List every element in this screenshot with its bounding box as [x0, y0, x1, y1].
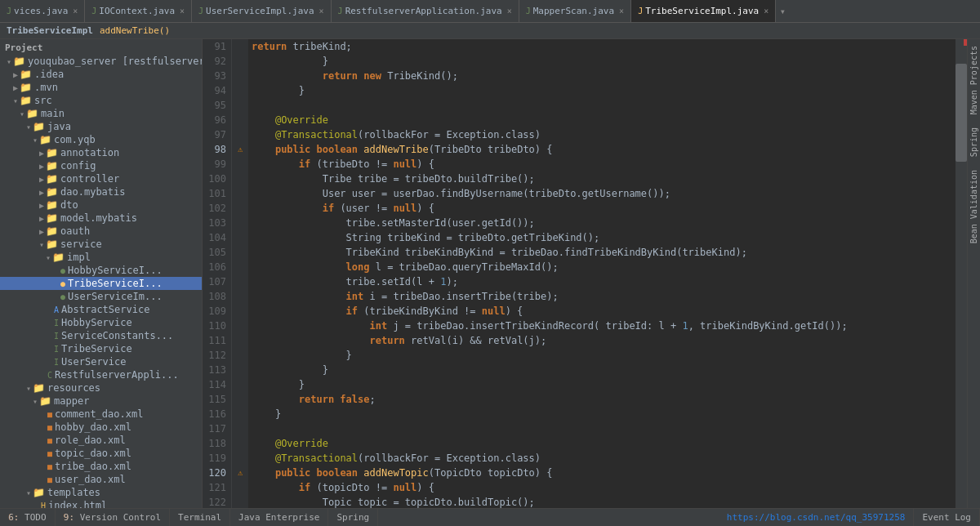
java-icon-restful: J: [338, 7, 343, 16]
sidebar-item-oauth[interactable]: ▶ 📁 oauth: [0, 225, 202, 238]
tab-bar: J vices.java × J IOContext.java × J User…: [0, 0, 980, 23]
sidebar-item-config[interactable]: ▶ 📁 config: [0, 159, 202, 172]
sidebar-item-src[interactable]: ▾ 📁 src: [0, 94, 202, 107]
sidebar-item-idea[interactable]: ▶ 📁 .idea: [0, 68, 202, 81]
sidebar-item-service[interactable]: ▾ 📁 service: [0, 238, 202, 251]
sidebar-item-userservice[interactable]: I UserService: [0, 355, 202, 368]
bottom-toolbar: 6: 6: TODO 9: 9: Version Control Termina…: [0, 508, 980, 526]
bean-validation-panel[interactable]: Bean Validation: [968, 163, 980, 250]
event-log-tab[interactable]: Event Log: [914, 509, 980, 527]
folder-icon-annotation: 📁: [46, 147, 58, 158]
arrow-annotation: ▶: [39, 149, 44, 158]
sidebar-item-restfulserverappli[interactable]: C RestfulserverAppli...: [0, 368, 202, 381]
folder-icon-comyqb: 📁: [39, 134, 51, 145]
tab-close-restful[interactable]: ×: [507, 7, 512, 16]
sidebar-item-controller[interactable]: ▶ 📁 controller: [0, 172, 202, 185]
sidebar-item-tribe-dao[interactable]: ■ tribe_dao.xml: [0, 460, 202, 473]
sidebar-item-modelmybatis[interactable]: ▶ 📁 model.mybatis: [0, 212, 202, 225]
todo-tab[interactable]: 6: 6: TODO: [0, 509, 56, 527]
java-enterprise-tab[interactable]: Java Enterprise: [230, 509, 328, 527]
xml-icon-user: ■: [47, 475, 52, 484]
sidebar-item-comment-dao[interactable]: ■ comment_dao.xml: [0, 408, 202, 421]
tab-tribeserviceimpl[interactable]: J TribeServiceImpl.java ×: [631, 0, 776, 23]
sidebar-item-templates[interactable]: ▾ 📁 templates: [0, 486, 202, 499]
folder-icon-mapper: 📁: [39, 395, 51, 407]
sidebar-item-user-dao[interactable]: ■ user_dao.xml: [0, 473, 202, 486]
arrow-impl: ▾: [46, 253, 51, 262]
folder-icon-main: 📁: [26, 108, 38, 119]
class-icon-tribeservice: I: [54, 345, 59, 354]
sidebar-item-index-html[interactable]: H index.html: [0, 499, 202, 508]
sidebar-item-dto[interactable]: ▶ 📁 dto: [0, 198, 202, 212]
tab-userserviceimpl[interactable]: J UserServiceImpl.java ×: [192, 0, 332, 23]
tab-close-mapper[interactable]: ×: [619, 7, 624, 16]
sidebar-item-comyqb[interactable]: ▾ 📁 com.yqb: [0, 133, 202, 146]
folder-icon-dto: 📁: [46, 199, 58, 211]
sidebar-item-userserviceim[interactable]: ● UserServiceIm...: [0, 290, 202, 303]
sidebar-item-main[interactable]: ▾ 📁 main: [0, 107, 202, 120]
sidebar-item-tribeservice[interactable]: I TribeService: [0, 342, 202, 355]
arrow-daomybatis: ▶: [39, 188, 44, 197]
terminal-tab[interactable]: Terminal: [170, 509, 230, 527]
url-link[interactable]: https://blog.csdn.net/qq_35971258: [719, 509, 915, 527]
folder-icon-modelmybatis: 📁: [46, 212, 58, 224]
spring-panel[interactable]: Spring: [968, 121, 980, 163]
java-icon-tribe: J: [638, 7, 643, 16]
sidebar-item-root[interactable]: ▾ 📁 youqubao_server [restfulserver]: [0, 55, 202, 68]
folder-icon-service: 📁: [46, 238, 58, 250]
gutter: ⚠ ⚠: [232, 39, 248, 508]
arrow-mvn: ▶: [13, 83, 18, 92]
class-icon-abstract: A: [54, 305, 59, 314]
folder-icon-root: 📁: [13, 56, 25, 67]
tab-close-io[interactable]: ×: [180, 7, 185, 16]
sidebar-item-annotation[interactable]: ▶ 📁 annotation: [0, 146, 202, 159]
class-icon-serviceconstants: I: [54, 332, 59, 341]
tab-iocontext[interactable]: J IOContext.java ×: [85, 0, 192, 23]
arrow-root: ▾: [7, 57, 11, 66]
sidebar-item-topic-dao[interactable]: ■ topic_dao.xml: [0, 447, 202, 460]
xml-icon-hobby: ■: [47, 423, 52, 432]
scroll-gutter[interactable]: [956, 39, 967, 508]
tab-restful[interactable]: J RestfulserverApplication.java ×: [332, 0, 519, 23]
sidebar-item-serviceconstants[interactable]: I ServiceConstants...: [0, 329, 202, 342]
sidebar-item-hobbyservice[interactable]: I HobbyService: [0, 316, 202, 329]
sidebar-item-java[interactable]: ▾ 📁 java: [0, 120, 202, 133]
arrow-idea: ▶: [13, 70, 18, 79]
java-icon-mapper: J: [526, 7, 531, 16]
code-area[interactable]: 91 92 93 94 95 96 97 98 99 100 101 102 1…: [203, 39, 967, 508]
sidebar-item-hobby-dao[interactable]: ■ hobby_dao.xml: [0, 421, 202, 434]
tab-services[interactable]: J vices.java ×: [0, 0, 85, 23]
sidebar-item-mapper[interactable]: ▾ 📁 mapper: [0, 394, 202, 408]
sidebar-item-resources[interactable]: ▾ 📁 resources: [0, 381, 202, 394]
class-icon-tribe: ●: [60, 279, 65, 288]
sidebar-item-tribeservicei[interactable]: ● TribeServiceI...: [0, 277, 202, 290]
sidebar-item-mvn[interactable]: ▶ 📁 .mvn: [0, 81, 202, 94]
arrow-src: ▾: [13, 96, 18, 105]
version-control-tab[interactable]: 9: 9: Version Control: [56, 509, 170, 527]
spring-tab[interactable]: Spring: [328, 509, 378, 527]
scroll-thumb[interactable]: [956, 64, 967, 162]
folder-icon-idea: 📁: [20, 69, 32, 80]
folder-icon-controller: 📁: [46, 173, 58, 185]
class-icon-hobbyservice: I: [54, 319, 59, 328]
tab-close-services[interactable]: ×: [73, 7, 78, 16]
sidebar-item-hobbyservicei[interactable]: ● HobbyServiceI...: [0, 264, 202, 277]
xml-icon-tribe: ■: [47, 462, 52, 471]
arrow-main: ▾: [20, 109, 24, 118]
tab-close-tribe[interactable]: ×: [764, 7, 768, 16]
line-numbers: 91 92 93 94 95 96 97 98 99 100 101 102 1…: [203, 39, 232, 508]
maven-projects-panel[interactable]: Maven Projects: [968, 39, 980, 121]
sidebar-item-abstractservice[interactable]: A AbstractService: [0, 303, 202, 316]
folder-icon-oauth: 📁: [46, 225, 58, 237]
tab-close-user[interactable]: ×: [319, 7, 324, 16]
arrow-oauth: ▶: [39, 227, 44, 236]
tab-mapperscan[interactable]: J MapperScan.java ×: [519, 0, 631, 23]
xml-icon-role: ■: [47, 436, 52, 445]
tab-overflow-btn[interactable]: ▾: [776, 0, 789, 23]
sidebar-item-impl[interactable]: ▾ 📁 impl: [0, 251, 202, 264]
arrow-comyqb: ▾: [33, 136, 38, 145]
sidebar-item-role-dao[interactable]: ■ role_dao.xml: [0, 434, 202, 447]
folder-icon-resources: 📁: [33, 382, 45, 394]
sidebar-item-daomybatis[interactable]: ▶ 📁 dao.mybatis: [0, 185, 202, 198]
code-content[interactable]: return tribeKind; } return new TribeKind…: [248, 39, 956, 508]
